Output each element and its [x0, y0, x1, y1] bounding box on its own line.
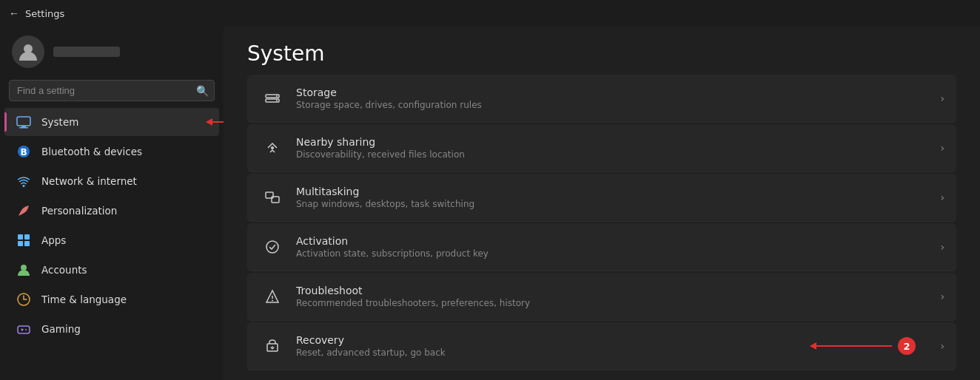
main-layout: 🔍 System 1 [0, 27, 980, 380]
sidebar-item-bluetooth[interactable]: B Bluetooth & devices [4, 138, 219, 166]
settings-row-storage[interactable]: Storage Storage space, drives, configura… [247, 75, 956, 123]
activation-chevron: › [940, 241, 944, 253]
svg-point-22 [266, 241, 278, 253]
settings-row-troubleshoot[interactable]: Troubleshoot Recommended troubleshooters… [247, 273, 956, 321]
sidebar-item-gaming[interactable]: Gaming [4, 315, 219, 343]
sidebar-label-accounts: Accounts [41, 264, 87, 276]
troubleshoot-icon [259, 283, 286, 310]
apps-icon [16, 233, 31, 248]
troubleshoot-text: Troubleshoot Recommended troubleshooters… [296, 285, 934, 308]
svg-point-18 [276, 100, 278, 101]
sidebar-label-bluetooth: Bluetooth & devices [41, 146, 142, 157]
sidebar-label-network: Network & internet [41, 175, 137, 187]
activation-desc: Activation state, subscriptions, product… [296, 248, 934, 259]
sidebar-item-apps[interactable]: Apps [4, 226, 219, 254]
multitasking-label: Multitasking [296, 186, 934, 197]
storage-text: Storage Storage space, drives, configura… [296, 86, 934, 110]
nearby-label: Nearby sharing [296, 136, 934, 148]
multitasking-icon [259, 184, 286, 211]
page-title: System [247, 27, 956, 75]
svg-rect-1 [17, 117, 30, 126]
svg-rect-8 [24, 234, 30, 240]
sidebar-label-personalization: Personalization [41, 205, 117, 217]
svg-point-6 [23, 185, 25, 187]
search-box[interactable]: 🔍 [9, 80, 215, 101]
storage-label: Storage [296, 86, 934, 98]
multitasking-text: Multitasking Snap windows, desktops, tas… [296, 186, 934, 209]
search-input[interactable] [9, 80, 215, 101]
settings-row-multitasking[interactable]: Multitasking Snap windows, desktops, tas… [247, 174, 956, 222]
system-icon [16, 115, 31, 129]
settings-row-nearby[interactable]: Nearby sharing Discoverability, received… [247, 124, 956, 172]
sidebar-item-system[interactable]: System 1 [4, 108, 219, 136]
svg-rect-13 [18, 326, 30, 333]
back-button[interactable]: ← [9, 7, 19, 19]
recovery-chevron: › [940, 340, 944, 352]
content-area: System Storage Storage space, drives, co… [224, 27, 980, 380]
sidebar-label-time: Time & language [41, 294, 127, 305]
nearby-text: Nearby sharing Discoverability, received… [296, 136, 934, 160]
user-profile[interactable] [0, 27, 224, 77]
troubleshoot-chevron: › [940, 291, 944, 302]
nearby-desc: Discoverability, received files location [296, 149, 934, 160]
recovery-icon [259, 333, 286, 359]
sidebar-label-apps: Apps [41, 234, 66, 246]
sidebar: 🔍 System 1 [0, 27, 224, 380]
title-bar: ← Settings [0, 0, 980, 27]
time-icon [16, 292, 31, 307]
svg-text:B: B [20, 147, 27, 157]
sidebar-item-personalization[interactable]: Personalization [4, 197, 219, 225]
activation-text: Activation Activation state, subscriptio… [296, 235, 934, 259]
svg-point-14 [25, 329, 27, 330]
svg-rect-7 [18, 234, 23, 240]
svg-point-19 [271, 146, 274, 149]
avatar [12, 35, 44, 68]
app-title: Settings [25, 8, 64, 19]
svg-rect-2 [21, 126, 26, 127]
sidebar-item-time[interactable]: Time & language [4, 285, 219, 313]
gaming-icon [16, 322, 31, 336]
storage-chevron: › [940, 92, 944, 104]
sidebar-item-accounts[interactable]: Accounts [4, 256, 219, 284]
settings-row-recovery[interactable]: Recovery Reset, advanced startup, go bac… [247, 322, 956, 370]
sidebar-item-network[interactable]: Network & internet [4, 167, 219, 195]
troubleshoot-desc: Recommended troubleshooters, preferences… [296, 298, 934, 308]
sidebar-label-system: System [41, 116, 78, 128]
activation-icon [259, 234, 286, 260]
accounts-icon [16, 262, 31, 277]
svg-point-24 [272, 300, 273, 302]
svg-point-17 [276, 95, 278, 97]
svg-rect-9 [18, 241, 23, 246]
nearby-chevron: › [940, 142, 944, 154]
svg-rect-3 [19, 127, 28, 129]
multitasking-chevron: › [940, 191, 944, 203]
network-icon [16, 174, 31, 189]
activation-label: Activation [296, 235, 934, 247]
bluetooth-icon: B [16, 144, 31, 159]
annotation-badge-2: 2 [898, 337, 916, 355]
settings-row-activation[interactable]: Activation Activation state, subscriptio… [247, 223, 956, 271]
sidebar-label-gaming: Gaming [41, 323, 81, 335]
troubleshoot-label: Troubleshoot [296, 285, 934, 296]
storage-desc: Storage space, drives, configuration rul… [296, 100, 934, 110]
multitasking-desc: Snap windows, desktops, task switching [296, 199, 934, 209]
nearby-icon [259, 135, 286, 161]
svg-point-11 [21, 265, 27, 271]
settings-list: Storage Storage space, drives, configura… [247, 75, 956, 372]
storage-icon [259, 85, 286, 112]
user-name-redacted [53, 47, 120, 57]
personalization-icon [16, 203, 31, 218]
svg-rect-10 [24, 241, 30, 246]
